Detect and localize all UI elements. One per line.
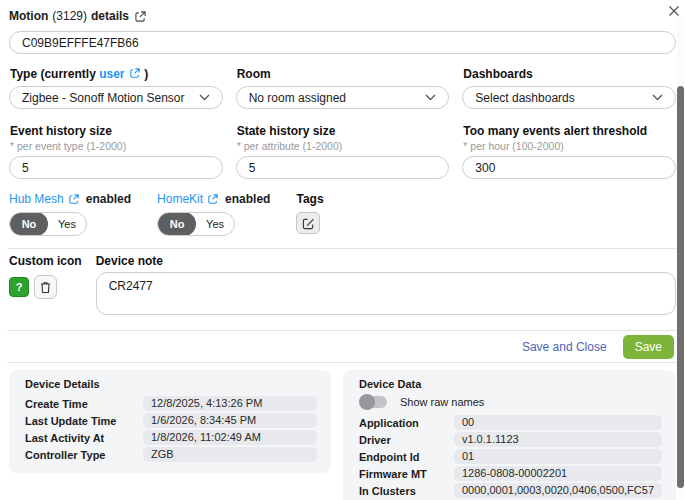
room-column: Room No room assigned (236, 67, 450, 109)
user-driver-link[interactable]: user (99, 67, 124, 81)
detail-value: ZGB (143, 447, 317, 462)
external-link-icon[interactable] (135, 11, 146, 22)
table-row: Last Update Time 1/6/2026, 8:34:45 PM (25, 413, 317, 428)
enabled-label: enabled (86, 192, 131, 206)
device-note-input[interactable]: CR2477 (96, 272, 676, 315)
hub-mesh-link[interactable]: Hub Mesh (9, 192, 64, 206)
question-glyph: ? (16, 281, 23, 293)
external-link-icon[interactable] (69, 194, 80, 205)
type-column: Type (currently user ) Zigbee - Sonoff M… (9, 67, 223, 109)
tags-group: Tags (296, 192, 323, 236)
dashboards-select[interactable]: Select dashboards (462, 86, 676, 109)
trash-icon (40, 281, 51, 294)
data-value: v1.0.1.1123 (454, 432, 662, 447)
question-icon[interactable]: ? (9, 277, 29, 297)
dialog-header: Motion (3129) details (9, 8, 676, 24)
external-link-icon[interactable] (130, 68, 141, 79)
details-label: details (91, 9, 129, 23)
chevron-down-icon (425, 94, 436, 101)
dashboards-label: Dashboards (463, 67, 676, 81)
homekit-toggle-no[interactable]: No (158, 212, 196, 236)
hub-mesh-toggle-no[interactable]: No (10, 212, 48, 236)
data-label: Endpoint Id (359, 451, 454, 463)
device-name-title: Motion (9, 9, 48, 23)
data-value: 00 (454, 415, 662, 430)
homekit-toggle[interactable]: No Yes (157, 212, 235, 236)
save-and-close-button[interactable]: Save and Close (522, 340, 607, 354)
table-row: Last Activity At 1/8/2026, 11:02:49 AM (25, 430, 317, 445)
device-note-label: Device note (96, 254, 676, 268)
save-button[interactable]: Save (623, 335, 674, 359)
homekit-link[interactable]: HomeKit (157, 192, 203, 206)
show-raw-names-toggle[interactable] (361, 396, 387, 408)
type-select-value: Zigbee - Sonoff Motion Sensor (22, 91, 185, 105)
type-label-text: Type (currently (10, 67, 96, 81)
detail-label: Last Activity At (25, 432, 143, 444)
hub-mesh-toggle-yes[interactable]: Yes (48, 212, 86, 236)
events-threshold-hint: * per hour (100-2000) (463, 140, 676, 152)
data-label: In Clusters (359, 485, 454, 497)
homekit-toggle-yes[interactable]: Yes (196, 212, 234, 236)
detail-value: 1/8/2026, 11:02:49 AM (143, 430, 317, 445)
external-link-icon[interactable] (208, 194, 219, 205)
data-label: Application (359, 417, 454, 429)
device-data-title: Device Data (359, 378, 662, 390)
state-history-hint: * per attribute (1-2000) (237, 140, 450, 152)
event-history-column: Event history size * per event type (1-2… (9, 124, 223, 179)
table-row: Driver v1.0.1.1123 (359, 432, 662, 447)
dashboards-select-placeholder: Select dashboards (475, 91, 574, 105)
detail-label: Controller Type (25, 449, 143, 461)
data-value: 01 (454, 449, 662, 464)
type-label-close: ) (144, 67, 148, 81)
room-select[interactable]: No room assigned (236, 86, 450, 109)
custom-icon-column: Custom icon ? (9, 254, 82, 318)
toggle-knob (359, 394, 375, 410)
event-history-label: Event history size (10, 124, 223, 138)
state-history-column: State history size * per attribute (1-20… (236, 124, 450, 179)
table-row: Firmware MT 1286-0808-00002201 (359, 466, 662, 481)
section-divider (7, 248, 678, 249)
hub-mesh-group: Hub Mesh enabled No Yes (9, 192, 131, 236)
hub-mesh-toggle[interactable]: No Yes (9, 212, 87, 236)
device-details-dialog: Motion (3129) details Type (currently us… (0, 0, 685, 500)
detail-label: Last Update Time (25, 415, 143, 427)
edit-tags-icon (302, 217, 315, 230)
data-value: 0000,0001,0003,0020,0406,0500,FC57 (454, 483, 662, 498)
room-select-value: No room assigned (249, 91, 346, 105)
event-history-hint: * per event type (1-2000) (10, 140, 223, 152)
close-icon[interactable] (668, 5, 682, 19)
chevron-down-icon (652, 94, 663, 101)
delete-icon-button[interactable] (34, 275, 57, 299)
data-label: Firmware MT (359, 468, 454, 480)
table-row: Endpoint Id 01 (359, 449, 662, 464)
dashboards-column: Dashboards Select dashboards (462, 67, 676, 109)
data-value: 1286-0808-00002201 (454, 466, 662, 481)
events-threshold-column: Too many events alert threshold * per ho… (462, 124, 676, 179)
table-row: Create Time 12/8/2025, 4:13:26 PM (25, 396, 317, 411)
homekit-group: HomeKit enabled No Yes (157, 192, 270, 236)
device-name-input[interactable] (9, 31, 676, 54)
device-details-panel: Device Details Create Time 12/8/2025, 4:… (9, 370, 331, 473)
custom-icon-label: Custom icon (9, 254, 82, 268)
detail-value: 12/8/2025, 4:13:26 PM (143, 396, 317, 411)
type-label: Type (currently user ) (10, 67, 223, 81)
state-history-input[interactable] (236, 156, 450, 179)
table-row: Controller Type ZGB (25, 447, 317, 462)
enabled-label: enabled (225, 192, 270, 206)
type-select[interactable]: Zigbee - Sonoff Motion Sensor (9, 86, 223, 109)
device-details-title: Device Details (25, 378, 317, 390)
data-label: Driver (359, 434, 454, 446)
detail-value: 1/6/2026, 8:34:45 PM (143, 413, 317, 428)
table-row: Application 00 (359, 415, 662, 430)
scrollbar-thumb[interactable] (677, 86, 684, 488)
events-threshold-label: Too many events alert threshold (463, 124, 676, 138)
event-history-input[interactable] (9, 156, 223, 179)
edit-tags-button[interactable] (296, 212, 320, 234)
tags-label: Tags (296, 192, 323, 206)
events-threshold-input[interactable] (462, 156, 676, 179)
detail-label: Create Time (25, 398, 143, 410)
device-id: (3129) (52, 9, 87, 23)
show-raw-names-label: Show raw names (400, 396, 484, 408)
chevron-down-icon (199, 94, 210, 101)
device-data-panel: Device Data Show raw names Application 0… (343, 370, 676, 500)
